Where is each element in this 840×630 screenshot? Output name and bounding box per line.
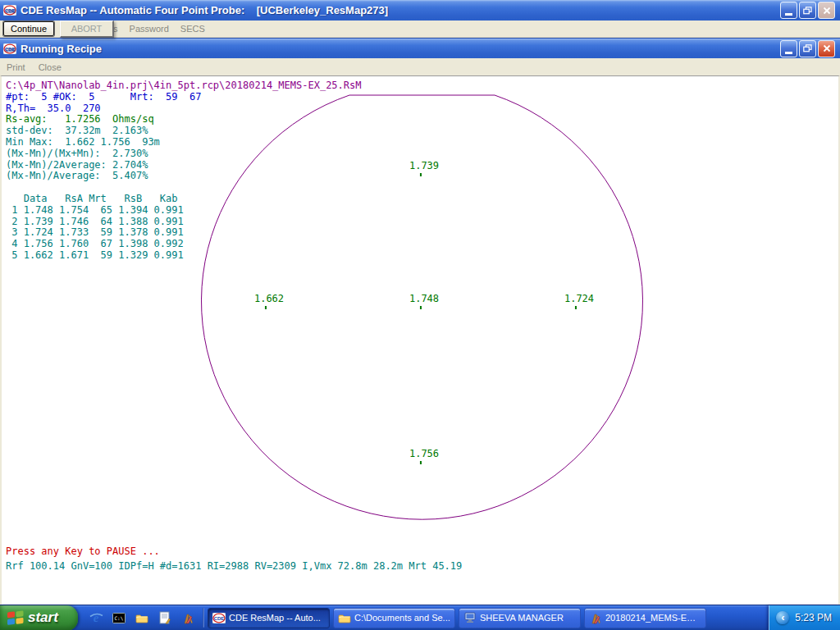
windows-flag-icon [7,609,25,626]
folder-icon [338,613,351,623]
taskbar-button-label: CDE ResMap -- Auto... [229,613,321,623]
svg-text:CDE: CDE [5,8,16,13]
taskbar-divider [203,608,204,628]
quick-launch-bar: eC:\ [78,605,203,630]
report-line: Data RsA Mrt RsB Kab [6,194,361,205]
cde-app-icon: CDE [3,5,16,16]
notepad-icon[interactable] [157,609,173,626]
svg-text:CDE: CDE [214,615,225,620]
pause-message: Press any Key to PAUSE ... [6,544,462,559]
status-footer: Press any Key to PAUSE ... Rrf 100.14 Gn… [6,544,462,573]
report-line: 2 1.739 1.746 64 1.388 0.991 [6,217,361,228]
recipe-window-title: Running Recipe [21,43,780,55]
svg-text:C:\: C:\ [115,614,124,620]
close-icon[interactable] [818,40,835,57]
svg-text:CDE: CDE [5,46,16,51]
menu-print[interactable]: Print [7,62,25,72]
menu-close[interactable]: Close [39,62,62,72]
restore-icon[interactable] [799,40,816,57]
taskbar-button-label: SHEEVA MANAGER [480,613,564,623]
start-button[interactable]: start [0,605,78,630]
taskbar-button[interactable]: SHEEVA MANAGER [459,608,581,628]
report-text-block: C:\4p_NT\Nanolab_4in.prj\4in_5pt.rcp\201… [6,80,361,262]
report-line: Rs-avg: 1.7256 Ohms/sq [6,114,361,126]
recipe-menubar: Print Close [0,58,840,75]
restore-icon[interactable] [799,2,816,19]
start-button-label: start [28,609,58,626]
taskbar-button[interactable]: CDECDE ResMap -- Auto... [208,608,330,628]
report-line: (Mx-Mn)/Average: 5.407% [6,171,361,182]
taskbar-clock: 5:23 PM [795,612,832,623]
minimize-icon[interactable] [780,40,797,57]
report-line: 4 1.756 1.760 67 1.398 0.992 [6,239,361,250]
taskbar-button[interactable]: 20180214_MEMS-EX.... [584,608,706,628]
cmd-icon[interactable]: C:\ [111,609,127,626]
cde-app-icon: CDE [3,43,16,54]
main-toolbar: Continue ABORT itiesPasswordSECS [0,21,840,38]
taskbar-button-label: C:\Documents and Se... [354,613,450,623]
report-line: 3 1.724 1.733 59 1.378 0.991 [6,227,361,239]
taskbar-button[interactable]: C:\Documents and Se... [333,608,455,628]
continue-button[interactable]: Continue [3,21,54,36]
ie-icon[interactable]: e [88,609,104,626]
report-line: 1 1.748 1.754 65 1.394 0.991 [6,205,361,217]
system-tray: ‹ 5:23 PM [769,605,840,630]
minimize-icon[interactable] [780,2,797,19]
taskbar: start eC:\ CDECDE ResMap -- Auto...C:\Do… [0,605,840,630]
report-line: (Mx-Mn)/(Mx+Mn): 2.730% [6,148,361,160]
folder-icon[interactable] [134,609,150,626]
main-menubar: itiesPasswordSECS [102,24,205,34]
close-icon[interactable] [818,2,835,19]
main-window-titlebar: CDE CDE ResMap -- Automatic Four Point P… [0,0,840,21]
report-line [6,182,361,194]
report-line: #pt: 5 #OK: 5 Mrt: 59 67 [6,92,361,103]
main-window-title: CDE ResMap -- Automatic Four Point Probe… [21,4,780,16]
report-line: std-dev: 37.32m 2.163% [6,126,361,137]
report-line: Min Max: 1.662 1.756 93m [6,137,361,148]
cde-icon: CDE [212,613,226,623]
report-line: (Mx-Mn)/2Average: 2.704% [6,160,361,171]
tray-collapse-chevron-icon[interactable]: ‹ [776,611,789,624]
taskbar-buttons: CDECDE ResMap -- Auto...C:\Documents and… [208,605,706,630]
report-line: R,Th= 35.0 270 [6,103,361,115]
svg-text:e: e [93,611,98,624]
main-menu-item[interactable]: Password [130,24,169,34]
report-line: 5 1.662 1.671 59 1.329 0.991 [6,250,361,262]
probe-status-line: Rrf 100.14 GnV=100 IDPf=H #d=1631 RI=298… [6,559,462,573]
taskbar-button-label: 20180214_MEMS-EX.... [605,613,701,623]
editor-icon [589,612,602,624]
main-menu-item[interactable]: SECS [180,24,205,34]
computer-icon [463,612,477,623]
editor-icon[interactable] [180,609,196,626]
recipe-window-titlebar: CDE Running Recipe [0,38,840,58]
abort-button[interactable]: ABORT [60,21,114,38]
report-line: C:\4p_NT\Nanolab_4in.prj\4in_5pt.rcp\201… [6,80,361,92]
recipe-content-area: C:\4p_NT\Nanolab_4in.prj\4in_5pt.rcp\201… [0,75,840,605]
